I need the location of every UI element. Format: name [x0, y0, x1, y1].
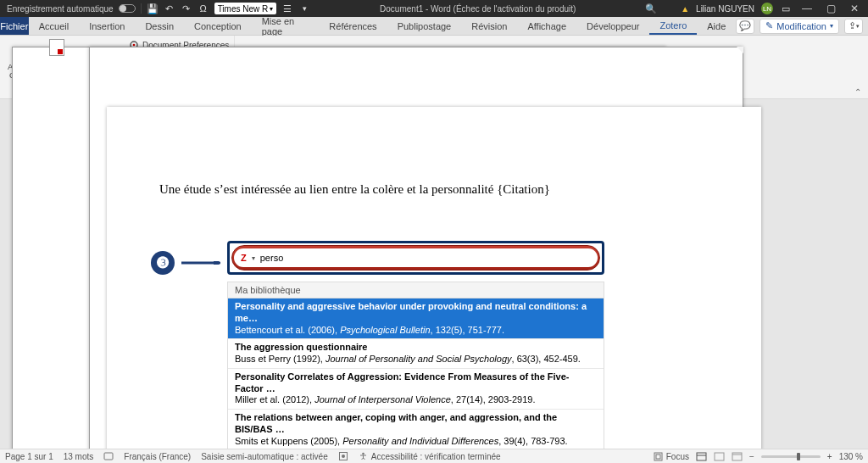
result-title: Personality and aggressive behavior unde…	[235, 301, 597, 325]
zotero-library-header: Ma bibliothèque	[227, 282, 604, 298]
autosave-toggle[interactable]	[119, 4, 136, 13]
svg-point-8	[362, 452, 364, 455]
status-macro[interactable]	[338, 451, 348, 461]
font-name: Times New R	[218, 4, 269, 14]
search-icon[interactable]: 🔍	[645, 3, 657, 14]
zotero-result-item[interactable]: Personality and aggressive behavior unde…	[228, 298, 604, 338]
view-read-mode[interactable]	[714, 452, 725, 461]
close-button[interactable]: ✕	[846, 3, 863, 14]
zoom-out-button[interactable]: −	[749, 452, 754, 461]
reset-icon[interactable]: Ω	[198, 3, 209, 14]
maximize-button[interactable]: ▢	[822, 3, 839, 14]
focus-icon	[654, 452, 663, 461]
callout-number-3: ❸	[151, 251, 175, 275]
status-autocomplete[interactable]: Saisie semi-automatique : activée	[201, 452, 328, 461]
font-selector[interactable]: Times New R ▾	[214, 3, 277, 14]
zotero-logo-icon: Z	[241, 253, 247, 263]
zoom-level[interactable]: 130 %	[839, 452, 863, 461]
tab-file[interactable]: Fichier	[0, 17, 29, 35]
result-title: Personality Correlates of Aggression: Ev…	[235, 371, 597, 395]
undo-icon[interactable]: ↶	[164, 3, 175, 14]
tab-publipostage[interactable]: Publipostage	[387, 17, 462, 35]
separator	[141, 3, 142, 14]
zotero-result-item[interactable]: The relations between anger, coping with…	[228, 409, 604, 449]
document-page[interactable]: Une étude s’est intéressée au lien entre…	[107, 107, 761, 449]
view-web-layout[interactable]	[732, 452, 743, 461]
save-icon[interactable]: 💾	[147, 3, 159, 14]
ribbon-display-icon[interactable]: ▭	[780, 3, 792, 14]
chevron-down-icon[interactable]: ▾	[252, 254, 255, 262]
result-title: The relations between anger, coping with…	[235, 412, 597, 436]
result-title: The aggression questionnaire	[235, 342, 597, 354]
status-accessibility[interactable]: Accessibilité : vérification terminée	[359, 452, 501, 461]
status-page[interactable]: Page 1 sur 1	[5, 452, 53, 461]
svg-rect-5	[104, 453, 113, 460]
tab-affichage[interactable]: Affichage	[517, 17, 576, 35]
tab-dessin[interactable]: Dessin	[135, 17, 184, 35]
zotero-results-list: Personality and aggressive behavior unde…	[227, 298, 604, 449]
svg-rect-11	[697, 453, 706, 460]
zotero-citation-dialog: Z ▾ perso	[227, 241, 604, 275]
status-language[interactable]: Français (France)	[124, 452, 191, 461]
result-meta: Buss et Perry (1992), Journal of Persona…	[235, 354, 597, 365]
tab-zotero[interactable]: Zotero	[649, 17, 697, 35]
overflow-icon[interactable]: ▾	[298, 3, 310, 14]
chevron-down-icon: ▾	[270, 5, 273, 13]
svg-marker-4	[214, 261, 220, 265]
autosave-label: Enregistrement automatique	[7, 4, 114, 14]
modification-button[interactable]: ✎ Modification ▾	[760, 19, 839, 34]
modification-label: Modification	[776, 21, 826, 31]
list-icon[interactable]: ☰	[281, 3, 293, 14]
minimize-button[interactable]: —	[798, 3, 815, 14]
tab-conception[interactable]: Conception	[184, 17, 252, 35]
redo-icon[interactable]: ↷	[181, 3, 192, 14]
comments-button[interactable]: 💬	[736, 19, 754, 34]
tab-aide[interactable]: Aide	[697, 17, 736, 35]
zotero-search-bar: Z ▾ perso	[231, 245, 600, 271]
view-print-layout[interactable]	[696, 452, 707, 461]
svg-rect-9	[654, 453, 662, 460]
zotero-result-item[interactable]: Personality Correlates of Aggression: Ev…	[228, 368, 604, 409]
accessibility-icon	[359, 452, 368, 461]
document-text[interactable]: Une étude s’est intéressée au lien entre…	[159, 182, 550, 197]
status-word-count[interactable]: 13 mots	[64, 452, 94, 461]
svg-rect-10	[656, 455, 660, 459]
zoom-slider[interactable]	[761, 455, 821, 458]
chevron-down-icon: ▾	[830, 22, 833, 30]
user-name[interactable]: Lilian NGUYEN	[696, 4, 754, 14]
warning-icon: ▲	[681, 4, 689, 14]
zotero-search-input[interactable]: perso	[260, 253, 284, 263]
window-title: Document1 - Word (Échec de l'activation …	[310, 4, 645, 14]
result-meta: Miller et al. (2012), Journal of Interpe…	[235, 394, 597, 406]
collapse-ribbon-icon[interactable]: ⌃	[854, 87, 861, 97]
tab-révision[interactable]: Révision	[461, 17, 517, 35]
status-spellcheck[interactable]	[103, 451, 114, 461]
pencil-icon: ✎	[765, 20, 773, 31]
focus-mode-button[interactable]: Focus	[654, 452, 689, 461]
zoom-in-button[interactable]: +	[827, 452, 832, 461]
tab-mise-en-page[interactable]: Mise en page	[252, 17, 320, 35]
result-meta: Smits et Kuppens (2005), Personality and…	[235, 436, 597, 448]
tab-développeur[interactable]: Développeur	[576, 17, 649, 35]
tab-références[interactable]: Références	[319, 17, 387, 35]
share-button[interactable]: ⇪▾	[844, 19, 863, 34]
arrow-icon	[181, 261, 220, 265]
svg-rect-13	[715, 453, 724, 460]
tab-insertion[interactable]: Insertion	[79, 17, 135, 35]
svg-rect-14	[732, 453, 742, 460]
svg-point-7	[342, 455, 345, 458]
svg-point-1	[133, 44, 136, 47]
note-icon	[49, 39, 64, 56]
tab-accueil[interactable]: Accueil	[29, 17, 79, 35]
zotero-result-item[interactable]: The aggression questionnaireBuss et Perr…	[228, 338, 604, 368]
result-meta: Bettencourt et al. (2006), Psychological…	[235, 325, 597, 337]
book-icon	[103, 451, 114, 461]
add-edit-citation-button[interactable]: Add/Edit Citation	[5, 37, 41, 80]
avatar[interactable]: LN	[761, 3, 773, 14]
record-icon	[338, 451, 348, 461]
